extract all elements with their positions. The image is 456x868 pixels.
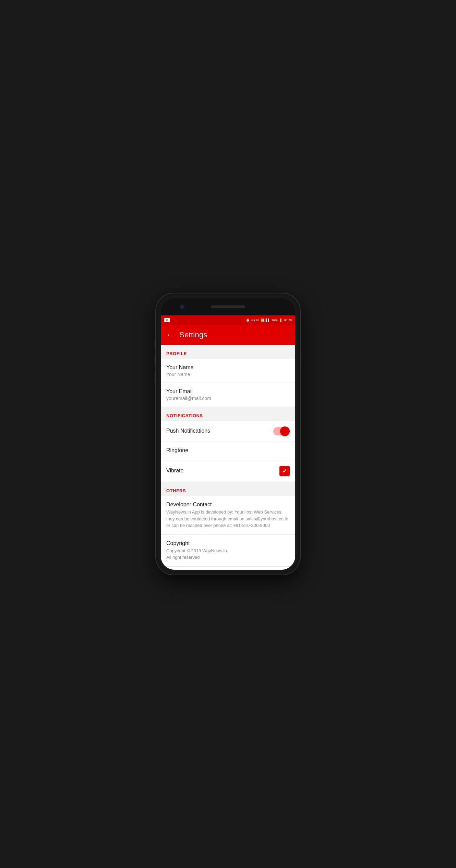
vibrate-text: Vibrate <box>166 468 279 475</box>
ringtone-item[interactable]: Ringtone <box>161 442 295 460</box>
build-version-item[interactable]: Build Version 1.0 <box>161 567 295 570</box>
your-email-text: Your Email youremail@mail.com <box>166 388 290 401</box>
vibrate-checkbox[interactable]: ✓ <box>279 466 290 476</box>
others-section: OTHERS Developer Contact WayNews.in App … <box>161 482 295 570</box>
copyright-subtitle: Copyright © 2019 WayNews.in.All right re… <box>166 547 290 561</box>
developer-contact-subtitle: WayNews.in App is developed by: YourHost… <box>166 509 290 529</box>
your-name-text: Your Name Your Name <box>166 364 290 377</box>
camera <box>180 304 184 309</box>
notifications-section: NOTIFICATIONS Push Notifications <box>161 407 295 482</box>
developer-contact-item[interactable]: Developer Contact WayNews.in App is deve… <box>161 496 295 535</box>
back-button[interactable]: ← <box>166 331 174 339</box>
status-right: ⏰ VoLTE 📶 ▌▌ 16% 🔋 00:28 <box>246 318 292 322</box>
vibrate-title: Vibrate <box>166 468 279 474</box>
status-left: M <box>164 318 170 322</box>
volte-icon: VoLTE <box>251 319 259 322</box>
push-notifications-text: Push Notifications <box>166 428 273 435</box>
page-title: Settings <box>179 330 207 339</box>
others-section-header: OTHERS <box>161 482 295 496</box>
gmail-icon: M <box>164 318 170 322</box>
wifi-icon: 📶 <box>261 318 264 322</box>
screen: M ⏰ VoLTE 📶 ▌▌ 16% 🔋 00:28 ← Settings <box>161 315 295 570</box>
your-name-subtitle: Your Name <box>166 372 290 377</box>
checkmark-icon: ✓ <box>282 467 287 475</box>
top-hardware <box>161 298 295 315</box>
developer-contact-title: Developer Contact <box>166 502 290 508</box>
push-notifications-item[interactable]: Push Notifications <box>161 421 295 442</box>
time-display: 00:28 <box>284 318 292 322</box>
app-bar: ← Settings <box>161 325 295 345</box>
battery-percent: 16% <box>271 318 277 322</box>
your-name-title: Your Name <box>166 364 290 371</box>
phone-frame: M ⏰ VoLTE 📶 ▌▌ 16% 🔋 00:28 ← Settings <box>156 293 300 575</box>
vibrate-item[interactable]: Vibrate ✓ <box>161 460 295 482</box>
copyright-item[interactable]: Copyright Copyright © 2019 WayNews.in.Al… <box>161 535 295 567</box>
your-name-item[interactable]: Your Name Your Name <box>161 359 295 383</box>
copyright-text: Copyright Copyright © 2019 WayNews.in.Al… <box>166 540 290 561</box>
toggle-thumb <box>280 426 290 436</box>
push-notifications-title: Push Notifications <box>166 428 273 434</box>
alarm-icon: ⏰ <box>246 318 250 322</box>
ringtone-title: Ringtone <box>166 447 290 454</box>
settings-content: PROFILE Your Name Your Name Your Email y… <box>161 345 295 570</box>
phone-screen: M ⏰ VoLTE 📶 ▌▌ 16% 🔋 00:28 ← Settings <box>161 298 295 570</box>
profile-section: PROFILE Your Name Your Name Your Email y… <box>161 345 295 407</box>
developer-contact-text: Developer Contact WayNews.in App is deve… <box>166 502 290 529</box>
back-arrow-icon: ← <box>166 330 174 339</box>
profile-section-header: PROFILE <box>161 345 295 359</box>
battery-icon: 🔋 <box>279 318 283 322</box>
your-email-item[interactable]: Your Email youremail@mail.com <box>161 383 295 407</box>
notifications-section-header: NOTIFICATIONS <box>161 407 295 421</box>
your-email-subtitle: youremail@mail.com <box>166 396 290 401</box>
your-email-title: Your Email <box>166 388 290 395</box>
copyright-title: Copyright <box>166 540 290 546</box>
speaker <box>211 305 245 308</box>
status-bar: M ⏰ VoLTE 📶 ▌▌ 16% 🔋 00:28 <box>161 315 295 325</box>
signal-icon: ▌▌ <box>266 318 270 322</box>
ringtone-text: Ringtone <box>166 447 290 455</box>
push-notifications-toggle[interactable] <box>273 426 290 436</box>
